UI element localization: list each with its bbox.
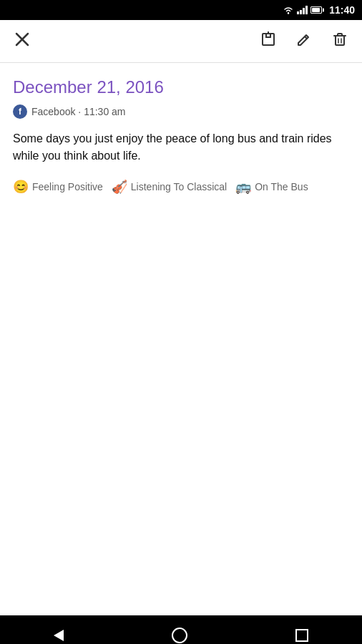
battery-icon <box>310 6 322 14</box>
svg-point-0 <box>288 12 289 14</box>
entry-source: Facebook · 11:30 am <box>31 106 126 117</box>
status-icons: 11:40 <box>283 4 355 16</box>
recents-button[interactable] <box>295 629 308 642</box>
status-time: 11:40 <box>329 4 355 16</box>
tag-on-the-bus: 🚌 On The Bus <box>235 179 308 195</box>
share-button[interactable] <box>258 29 279 54</box>
entry-date: December 21, 2016 <box>13 77 349 97</box>
svg-line-5 <box>305 36 307 39</box>
feeling-positive-label: Feeling Positive <box>32 181 103 192</box>
close-button[interactable] <box>11 29 33 54</box>
edit-button[interactable] <box>293 29 315 54</box>
toolbar-left <box>11 29 33 54</box>
navigation-bar <box>0 615 362 644</box>
edit-icon <box>296 31 312 47</box>
feeling-positive-icon: 😊 <box>13 179 29 195</box>
svg-rect-8 <box>338 34 342 36</box>
tags-row: 😊 Feeling Positive 🎻 Listening To Classi… <box>13 179 349 195</box>
bus-icon: 🚌 <box>235 179 251 195</box>
tag-listening-to-classical: 🎻 Listening To Classical <box>112 179 227 195</box>
svg-rect-6 <box>336 36 344 45</box>
classical-music-icon: 🎻 <box>112 179 127 195</box>
signal-icon <box>297 6 308 14</box>
tag-feeling-positive: 😊 Feeling Positive <box>13 179 103 195</box>
wifi-icon <box>283 6 294 14</box>
entry-meta: f Facebook · 11:30 am <box>13 104 349 119</box>
content-area: December 21, 2016 f Facebook · 11:30 am … <box>0 63 362 615</box>
toolbar <box>0 20 362 63</box>
home-icon <box>172 628 187 643</box>
back-button[interactable] <box>54 630 64 641</box>
listening-to-classical-label: Listening To Classical <box>131 181 227 192</box>
share-icon <box>260 31 276 47</box>
on-the-bus-label: On The Bus <box>255 181 308 192</box>
recents-icon <box>295 629 308 642</box>
entry-body: Some days you just enjoy the peace of lo… <box>13 130 349 165</box>
back-icon <box>54 630 64 641</box>
close-icon <box>14 31 30 47</box>
facebook-icon: f <box>13 104 27 119</box>
main-container: December 21, 2016 f Facebook · 11:30 am … <box>0 20 362 615</box>
delete-button[interactable] <box>329 29 351 54</box>
toolbar-right <box>258 29 351 54</box>
svg-rect-3 <box>263 34 274 45</box>
delete-icon <box>332 31 348 47</box>
status-bar: 11:40 <box>0 0 362 20</box>
home-button[interactable] <box>172 628 187 643</box>
